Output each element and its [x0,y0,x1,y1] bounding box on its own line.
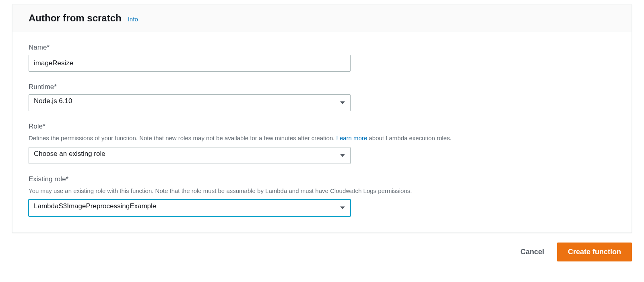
footer-actions: Cancel Create function [12,233,632,265]
panel-body: Name* Runtime* Node.js 6.10 Role* Define… [12,31,632,232]
panel-title: Author from scratch [29,12,122,24]
panel-header: Author from scratch Info [12,4,632,31]
existing-role-select[interactable]: LambdaS3ImagePreprocessingExample [29,199,351,216]
create-function-button[interactable]: Create function [557,243,632,261]
role-label: Role* [29,122,615,131]
role-select[interactable]: Choose an existing role [29,147,351,164]
form-group-role: Role* Defines the permissions of your fu… [29,122,615,164]
author-from-scratch-panel: Author from scratch Info Name* Runtime* … [12,4,632,233]
role-help-before: Defines the permissions of your function… [29,135,336,141]
info-link[interactable]: Info [128,16,138,23]
role-select-wrap: Choose an existing role [29,147,351,164]
name-label: Name* [29,44,615,52]
existing-role-label: Existing role* [29,175,615,183]
role-help-text: Defines the permissions of your function… [29,134,615,143]
form-group-existing-role: Existing role* You may use an existing r… [29,175,615,217]
existing-role-help-text: You may use an existing role with this f… [29,187,615,196]
existing-role-select-wrap: LambdaS3ImagePreprocessingExample [29,199,351,216]
name-input[interactable] [29,55,351,72]
runtime-select[interactable]: Node.js 6.10 [29,94,351,111]
runtime-label: Runtime* [29,83,615,91]
cancel-button[interactable]: Cancel [517,244,547,260]
form-group-name: Name* [29,44,615,72]
role-help-after: about Lambda execution roles. [367,135,451,141]
learn-more-link[interactable]: Learn more [336,135,367,141]
runtime-select-wrap: Node.js 6.10 [29,94,351,111]
form-group-runtime: Runtime* Node.js 6.10 [29,83,615,111]
